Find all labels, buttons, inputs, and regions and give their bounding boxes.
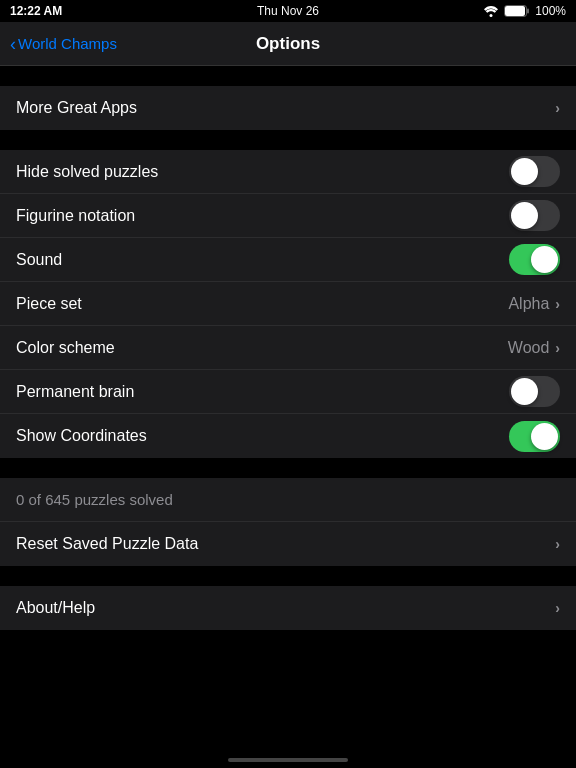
row-show-coordinates[interactable]: Show Coordinates xyxy=(0,414,576,458)
row-label-sound: Sound xyxy=(16,251,62,269)
content-area: More Great Apps › Hide solved puzzles Fi… xyxy=(0,66,576,768)
nav-back-button[interactable]: ‹ World Champs xyxy=(10,35,117,53)
section-separator-top xyxy=(0,66,576,86)
toggle-show-coordinates[interactable] xyxy=(509,421,560,452)
svg-rect-3 xyxy=(527,9,529,14)
row-piece-set[interactable]: Piece set Alpha › xyxy=(0,282,576,326)
toggle-permanent-brain[interactable] xyxy=(509,376,560,407)
chevron-right-icon-color-scheme: › xyxy=(555,340,560,356)
toggle-thumb-permanent-brain xyxy=(511,378,538,405)
chevron-right-icon: › xyxy=(555,100,560,116)
wifi-icon xyxy=(483,6,499,17)
row-value-piece-set: Alpha xyxy=(508,295,549,313)
status-bar: 12:22 AM Thu Nov 26 100% xyxy=(0,0,576,22)
row-about-help[interactable]: About/Help › xyxy=(0,586,576,630)
row-hide-solved-puzzles[interactable]: Hide solved puzzles xyxy=(0,150,576,194)
row-right-reset-saved-puzzle: › xyxy=(555,536,560,552)
section-settings: Hide solved puzzles Figurine notation So… xyxy=(0,150,576,458)
row-label-puzzles-solved: 0 of 645 puzzles solved xyxy=(16,491,173,508)
back-chevron-icon: ‹ xyxy=(10,35,16,53)
row-more-great-apps[interactable]: More Great Apps › xyxy=(0,86,576,130)
row-value-color-scheme: Wood xyxy=(508,339,550,357)
row-right-piece-set: Alpha › xyxy=(508,295,560,313)
chevron-right-icon-about: › xyxy=(555,600,560,616)
row-right-about-help: › xyxy=(555,600,560,616)
section-about: About/Help › xyxy=(0,586,576,630)
row-label-about-help: About/Help xyxy=(16,599,95,617)
home-indicator xyxy=(228,758,348,762)
toggle-thumb-hide-solved-puzzles xyxy=(511,158,538,185)
section-separator-2 xyxy=(0,458,576,478)
row-label-show-coordinates: Show Coordinates xyxy=(16,427,147,445)
empty-space xyxy=(0,630,576,768)
row-label-color-scheme: Color scheme xyxy=(16,339,115,357)
chevron-right-icon-reset: › xyxy=(555,536,560,552)
status-time: 12:22 AM xyxy=(10,4,62,18)
row-label-permanent-brain: Permanent brain xyxy=(16,383,134,401)
toggle-thumb-figurine-notation xyxy=(511,202,538,229)
row-figurine-notation[interactable]: Figurine notation xyxy=(0,194,576,238)
status-date: Thu Nov 26 xyxy=(257,4,319,18)
row-reset-saved-puzzle[interactable]: Reset Saved Puzzle Data › xyxy=(0,522,576,566)
nav-bar: ‹ World Champs Options xyxy=(0,22,576,66)
row-puzzles-solved-info: 0 of 645 puzzles solved xyxy=(0,478,576,522)
nav-back-label: World Champs xyxy=(18,35,117,52)
row-label-more-great-apps: More Great Apps xyxy=(16,99,137,117)
row-right-color-scheme: Wood › xyxy=(508,339,560,357)
section-more-apps: More Great Apps › xyxy=(0,86,576,130)
svg-point-0 xyxy=(490,14,493,17)
status-icons: 100% xyxy=(483,4,566,18)
row-permanent-brain[interactable]: Permanent brain xyxy=(0,370,576,414)
battery-percent: 100% xyxy=(535,4,566,18)
chevron-right-icon-piece-set: › xyxy=(555,296,560,312)
toggle-thumb-show-coordinates xyxy=(531,423,558,450)
row-label-piece-set: Piece set xyxy=(16,295,82,313)
toggle-thumb-sound xyxy=(531,246,558,273)
row-color-scheme[interactable]: Color scheme Wood › xyxy=(0,326,576,370)
nav-title: Options xyxy=(256,34,320,54)
battery-icon xyxy=(504,5,530,17)
row-right-more-great-apps: › xyxy=(555,100,560,116)
section-separator-3 xyxy=(0,566,576,586)
toggle-figurine-notation[interactable] xyxy=(509,200,560,231)
row-label-figurine-notation: Figurine notation xyxy=(16,207,135,225)
section-separator-1 xyxy=(0,130,576,150)
toggle-sound[interactable] xyxy=(509,244,560,275)
svg-rect-2 xyxy=(505,6,525,16)
section-puzzle-data: 0 of 645 puzzles solved Reset Saved Puzz… xyxy=(0,478,576,566)
row-label-reset-saved-puzzle: Reset Saved Puzzle Data xyxy=(16,535,198,553)
row-sound[interactable]: Sound xyxy=(0,238,576,282)
toggle-hide-solved-puzzles[interactable] xyxy=(509,156,560,187)
row-label-hide-solved-puzzles: Hide solved puzzles xyxy=(16,163,158,181)
